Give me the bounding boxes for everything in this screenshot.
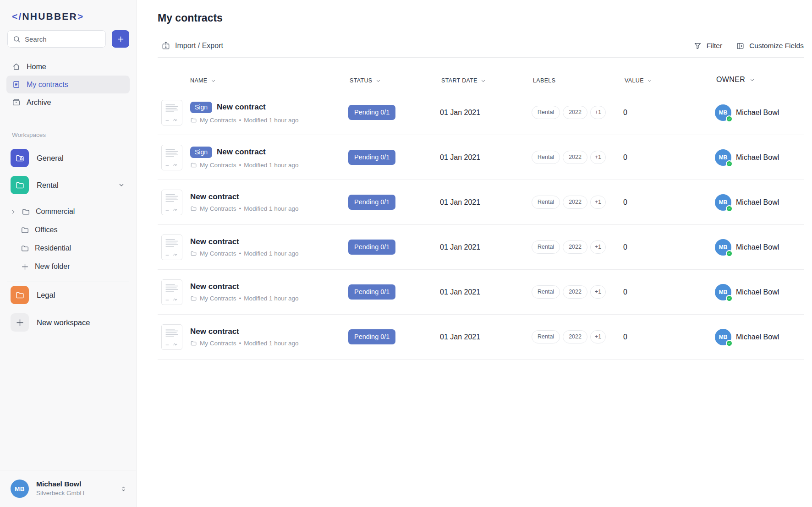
label-pill: Rental <box>532 240 560 254</box>
contract-modified: Modified 1 hour ago <box>244 205 298 212</box>
label-pill: 2022 <box>563 106 587 120</box>
value-cell: 0 <box>623 109 715 117</box>
sidebar-item-archive[interactable]: Archive <box>6 93 130 111</box>
owner-cell: MB Michael Bowl <box>715 329 804 345</box>
meta-separator: • <box>239 250 241 257</box>
customize-fields-icon <box>736 42 745 50</box>
create-new-button[interactable] <box>112 30 129 48</box>
sign-badge: Sign <box>190 147 212 158</box>
owner-cell: MB Michael Bowl <box>715 149 804 166</box>
main-content: My contracts Import / Export Filter Cust… <box>137 11 812 360</box>
label-pill: Rental <box>532 330 560 344</box>
table-row[interactable]: New contract My Contracts • Modified 1 h… <box>158 315 804 360</box>
column-header-name[interactable]: NAME <box>158 77 348 84</box>
search-field[interactable] <box>25 35 100 43</box>
more-labels-pill[interactable]: +1 <box>590 285 606 299</box>
more-labels-pill[interactable]: +1 <box>590 106 606 120</box>
folder-icon <box>190 162 197 169</box>
column-label: LABELS <box>533 77 555 84</box>
chevron-right-icon[interactable] <box>10 209 16 215</box>
document-thumbnail <box>161 324 182 350</box>
more-labels-pill[interactable]: +1 <box>590 196 606 209</box>
workspace-rental[interactable]: Rental <box>11 176 129 194</box>
table-row[interactable]: Sign New contract My Contracts • Modifie… <box>158 135 804 180</box>
contract-folder: My Contracts <box>200 340 236 347</box>
avatar-initials: MB <box>719 244 728 251</box>
labels-cell: Rental2022+1 <box>532 151 623 164</box>
table-row[interactable]: New contract My Contracts • Modified 1 h… <box>158 225 804 270</box>
new-folder-button[interactable]: New folder <box>0 257 136 276</box>
folder-icon <box>11 176 29 194</box>
sidebar-item-home[interactable]: Home <box>6 58 130 76</box>
start-date-cell: 01 Jan 2021 <box>440 243 532 251</box>
sidebar-item-label: Archive <box>27 98 51 107</box>
verified-badge-icon <box>726 115 733 122</box>
user-menu[interactable]: MB Michael Bowl Silverbeck GmbH <box>0 470 136 507</box>
more-labels-pill[interactable]: +1 <box>590 330 606 344</box>
user-company: Silverbeck GmbH <box>36 489 84 497</box>
column-header-owner[interactable]: OWNER <box>715 76 804 84</box>
workspace-folder-tree: Commercial Offices Residential New folde… <box>0 202 136 276</box>
contract-folder: My Contracts <box>200 250 236 257</box>
label-pill: 2022 <box>563 151 587 164</box>
table-row[interactable]: New contract My Contracts • Modified 1 h… <box>158 270 804 315</box>
column-label: STATUS <box>350 77 373 84</box>
folder-item-residential[interactable]: Residential <box>0 239 136 257</box>
contract-modified: Modified 1 hour ago <box>244 295 298 302</box>
more-labels-pill[interactable]: +1 <box>590 151 606 164</box>
avatar: MB <box>715 239 731 256</box>
document-thumbnail <box>161 190 182 215</box>
folder-icon <box>21 244 29 253</box>
search-input[interactable] <box>7 30 106 48</box>
verified-badge-icon <box>726 295 733 302</box>
filter-button[interactable]: Filter <box>693 42 722 50</box>
table-body: Sign New contract My Contracts • Modifie… <box>158 90 804 360</box>
plus-icon <box>21 262 29 271</box>
labels-cell: Rental2022+1 <box>532 330 623 344</box>
label-pill: 2022 <box>563 330 587 344</box>
workspace-legal[interactable]: Legal <box>11 286 129 304</box>
label-pill: Rental <box>532 106 560 120</box>
new-workspace-button[interactable]: New workspace <box>11 313 129 332</box>
document-thumbnail <box>161 279 182 305</box>
sort-chevron-icon <box>211 78 216 83</box>
label-pill: 2022 <box>563 285 587 299</box>
column-header-value[interactable]: VALUE <box>623 77 715 84</box>
table-row[interactable]: Sign New contract My Contracts • Modifie… <box>158 90 804 135</box>
avatar: MB <box>715 149 731 166</box>
customize-fields-button[interactable]: Customize Fields <box>736 42 804 50</box>
contract-title: New contract <box>217 147 266 157</box>
contract-folder: My Contracts <box>200 117 236 124</box>
column-header-start-date[interactable]: START DATE <box>440 77 532 84</box>
status-badge: Pending 0/1 <box>348 329 395 345</box>
value-cell: 0 <box>623 288 715 296</box>
page-title: My contracts <box>158 11 804 24</box>
label-pill: Rental <box>532 151 560 164</box>
search-icon <box>13 35 21 43</box>
folder-icon <box>21 226 29 234</box>
import-export-button[interactable]: Import / Export <box>158 41 223 50</box>
label-pill: Rental <box>532 196 560 209</box>
label-pill: Rental <box>532 285 560 299</box>
verified-badge-icon <box>726 160 733 167</box>
avatar: MB <box>715 104 731 121</box>
app-logo: </NHUBBER> <box>12 11 136 22</box>
folder-label: Offices <box>35 226 58 234</box>
more-labels-pill[interactable]: +1 <box>590 240 606 254</box>
owner-cell: MB Michael Bowl <box>715 194 804 211</box>
folder-item-commercial[interactable]: Commercial <box>0 202 136 221</box>
folder-icon <box>190 295 197 302</box>
chevron-up-down-icon <box>120 485 127 492</box>
logo-bracket-close: > <box>77 11 84 22</box>
table-row[interactable]: New contract My Contracts • Modified 1 h… <box>158 180 804 225</box>
folder-item-offices[interactable]: Offices <box>0 221 136 239</box>
label-pill: 2022 <box>563 240 587 254</box>
labels-cell: Rental2022+1 <box>532 240 623 254</box>
contract-folder: My Contracts <box>200 295 236 302</box>
sign-badge: Sign <box>190 102 212 113</box>
column-header-status[interactable]: STATUS <box>348 77 440 84</box>
workspace-general[interactable]: General <box>11 149 129 167</box>
folder-icon <box>190 117 197 124</box>
chevron-down-icon[interactable] <box>118 181 125 189</box>
sidebar-item-my-contracts[interactable]: My contracts <box>6 76 130 93</box>
